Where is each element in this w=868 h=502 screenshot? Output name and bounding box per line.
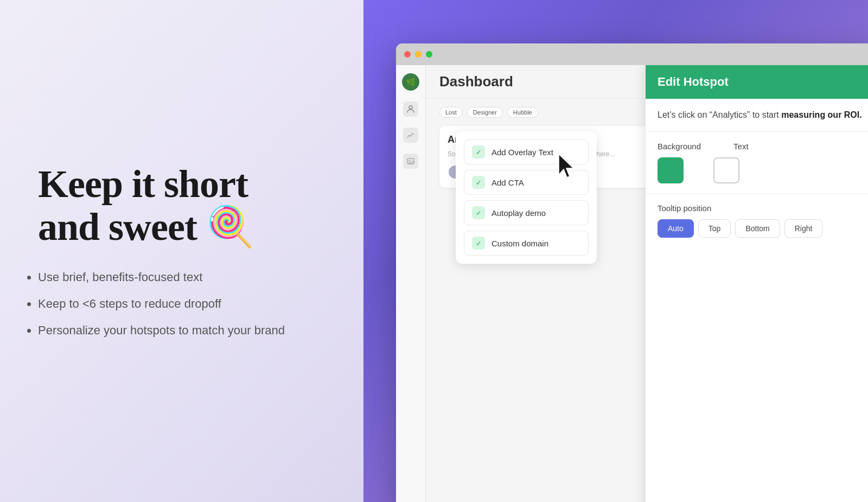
checklist-label-3: Autoplay demo: [492, 208, 546, 218]
traffic-light-yellow[interactable]: [415, 51, 422, 58]
browser-titlebar: [396, 43, 868, 65]
checklist-label-2: Add CTA: [492, 178, 524, 187]
left-panel: Keep it short and sweet 🍭 Use brief, ben…: [0, 0, 363, 502]
browser-content: 🌿: [396, 65, 868, 502]
tooltip-buttons: Auto Top Bottom Right: [658, 219, 867, 238]
headline-line2: and sweet 🍭: [38, 205, 254, 249]
tag-hubble: Hubble: [507, 107, 538, 118]
bullet-item-1: Use brief, benefits-focused text: [38, 269, 326, 286]
checklist-item-1[interactable]: ✓ Add Overlay Text: [464, 139, 589, 164]
tooltip-btn-right[interactable]: Right: [784, 219, 823, 238]
edit-hotspot-header: Edit Hotspot: [646, 65, 868, 99]
checklist-item-3[interactable]: ✓ Autoplay demo: [464, 200, 589, 225]
app-logo: 🌿: [402, 73, 419, 91]
text-label: Text: [733, 142, 749, 151]
traffic-light-red[interactable]: [404, 51, 411, 58]
app-sidebar: 🌿: [396, 65, 426, 502]
bullet-list: Use brief, benefits-focused text Keep to…: [38, 269, 326, 339]
sidebar-chart-icon[interactable]: [403, 128, 418, 143]
browser-window: 🌿: [396, 43, 868, 502]
tooltip-btn-top[interactable]: Top: [698, 219, 731, 238]
tooltip-position-label: Tooltip position: [658, 204, 867, 213]
checklist-item-4[interactable]: ✓ Custom domain: [464, 231, 589, 256]
tooltip-btn-bottom[interactable]: Bottom: [735, 219, 780, 238]
background-color-swatch[interactable]: [658, 157, 684, 183]
check-icon-4: ✓: [472, 237, 485, 250]
description-plain: Let’s click on “Analytics” to start: [658, 110, 781, 119]
checklist-label-1: Add Overlay Text: [492, 148, 553, 157]
color-section: Background Text: [646, 132, 868, 194]
sidebar-image-icon[interactable]: [403, 154, 418, 169]
tag-lost: Lost: [439, 107, 463, 118]
right-panel: 🌿: [363, 0, 868, 502]
color-labels: Background Text: [658, 142, 867, 151]
color-swatches: [658, 157, 867, 183]
background-label: Background: [658, 142, 701, 151]
check-icon-1: ✓: [472, 145, 485, 158]
check-icon-3: ✓: [472, 206, 485, 219]
svg-point-0: [409, 106, 412, 109]
edit-hotspot-title: Edit Hotspot: [658, 75, 729, 88]
tooltip-section: Tooltip position Auto Top Bottom Right: [646, 194, 868, 247]
check-icon-2: ✓: [472, 176, 485, 189]
text-color-swatch[interactable]: [713, 157, 739, 183]
overlay-panel: Edit Hotspot Let’s click on “Analytics” …: [646, 65, 868, 502]
tooltip-btn-auto[interactable]: Auto: [658, 219, 694, 238]
checklist-panel: ✓ Add Overlay Text ✓ Add CTA ✓ Autoplay …: [456, 131, 597, 264]
svg-point-2: [409, 160, 411, 162]
traffic-light-green[interactable]: [426, 51, 432, 58]
tag-designer: Designer: [467, 107, 503, 118]
headline-line1: Keep it short: [38, 162, 248, 206]
checklist-item-2[interactable]: ✓ Add CTA: [464, 170, 589, 195]
checklist-label-4: Custom domain: [492, 239, 548, 248]
bullet-item-3: Personalize your hotspots to match your …: [38, 322, 326, 339]
hotspot-description: Let’s click on “Analytics” to start meas…: [646, 99, 868, 132]
hotspot-description-text: Let’s click on “Analytics” to start meas…: [658, 109, 867, 122]
description-bold: measuring our ROI.: [781, 110, 861, 119]
sidebar-user-icon[interactable]: [403, 101, 418, 117]
headline: Keep it short and sweet 🍭: [38, 163, 326, 249]
bullet-item-2: Keep to <6 steps to reduce dropoff: [38, 296, 326, 313]
